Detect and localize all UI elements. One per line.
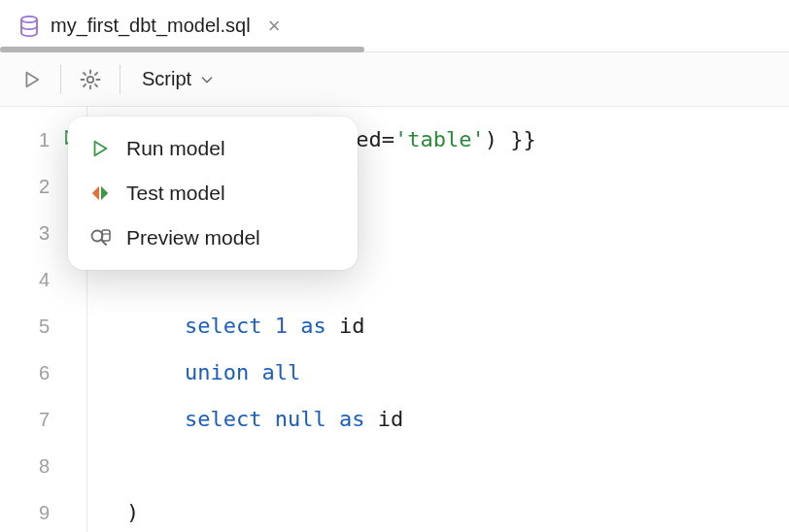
menu-item-test-model[interactable]: Test model xyxy=(68,171,358,216)
toolbar-divider xyxy=(60,65,61,94)
menu-item-label: Test model xyxy=(126,182,225,205)
run-button[interactable] xyxy=(14,62,49,97)
settings-button[interactable] xyxy=(73,62,108,97)
preview-icon xyxy=(87,225,113,250)
script-dropdown[interactable]: Script xyxy=(132,68,224,90)
svg-point-1 xyxy=(87,76,93,82)
editor-toolbar: Script xyxy=(0,52,789,107)
code-line xyxy=(87,443,789,489)
gutter-line[interactable]: 6 xyxy=(0,349,86,396)
gutter-line[interactable]: 7 xyxy=(0,396,86,443)
editor-tab[interactable]: my_first_dbt_model.sql × xyxy=(0,0,298,51)
gutter-line[interactable]: 5 xyxy=(0,303,86,349)
test-icon xyxy=(87,181,113,206)
code-line: union all xyxy=(87,349,789,396)
play-icon xyxy=(20,69,42,90)
tab-bar: my_first_dbt_model.sql × xyxy=(0,0,789,52)
play-icon xyxy=(87,136,113,161)
gutter-line[interactable]: 8 xyxy=(0,443,86,489)
toolbar-divider xyxy=(120,65,120,94)
menu-item-label: Preview model xyxy=(126,226,260,249)
menu-item-preview-model[interactable]: Preview model xyxy=(68,216,358,260)
gutter-line[interactable]: 9 xyxy=(0,489,86,532)
tab-underline-progress xyxy=(0,47,364,52)
close-icon[interactable]: × xyxy=(268,16,281,37)
menu-item-run-model[interactable]: Run model xyxy=(68,126,358,171)
code-line: select null as id xyxy=(87,396,789,443)
gear-icon xyxy=(79,68,102,91)
tab-filename: my_first_dbt_model.sql xyxy=(51,15,251,37)
code-line: ) xyxy=(87,489,789,532)
svg-point-0 xyxy=(21,16,37,21)
code-line: select 1 as id xyxy=(87,303,789,349)
database-icon xyxy=(17,15,41,38)
menu-item-label: Run model xyxy=(126,137,225,160)
editor-area: 1 2 3 4 5 6 7 8 9 ialized='table') }} a … xyxy=(0,107,789,532)
gutter-popup-menu: Run model Test model Preview model xyxy=(68,116,358,270)
chevron-down-icon xyxy=(199,72,215,87)
script-label: Script xyxy=(142,68,191,90)
